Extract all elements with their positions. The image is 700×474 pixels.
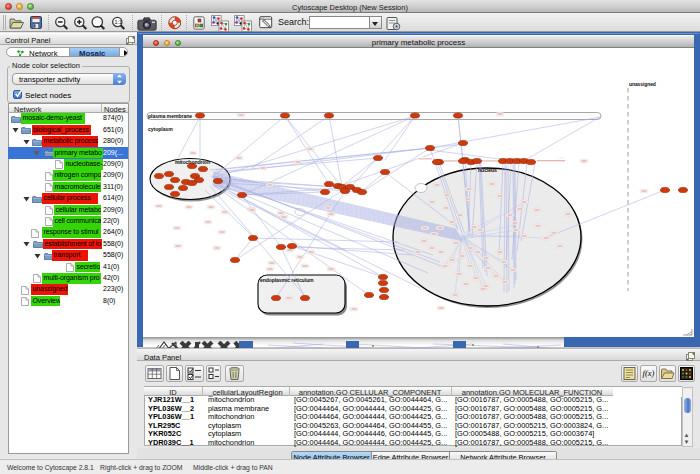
svg-text:unassigned: unassigned (629, 81, 656, 87)
svg-text:plasma membrane: plasma membrane (148, 113, 192, 119)
svg-text:mitochondrion: mitochondrion (175, 159, 210, 165)
svg-text:1:1: 1:1 (114, 19, 122, 25)
svg-text:cytoplasm: cytoplasm (148, 126, 173, 132)
svg-text:endoplasmic reticulum: endoplasmic reticulum (260, 277, 314, 283)
svg-text:nucleus: nucleus (478, 167, 497, 173)
